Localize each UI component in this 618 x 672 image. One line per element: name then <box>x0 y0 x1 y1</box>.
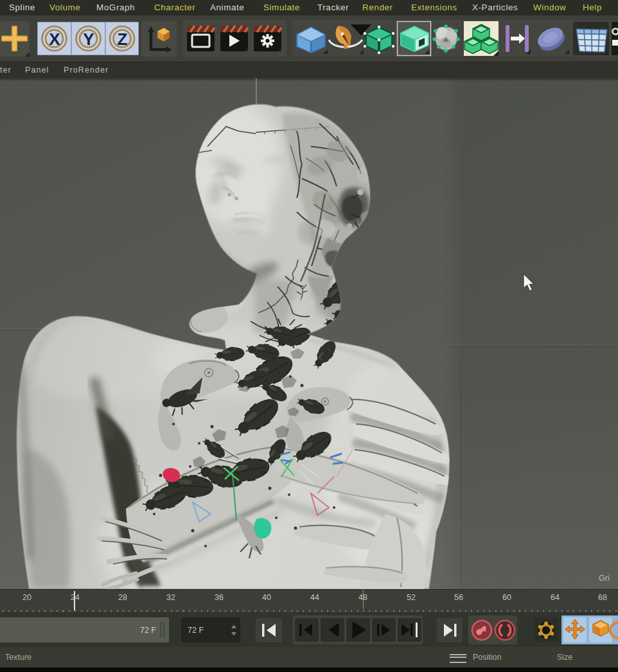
svg-text:Z: Z <box>118 30 128 49</box>
svg-text:X: X <box>49 30 60 49</box>
svg-text:Y: Y <box>83 30 94 49</box>
svg-text:72 F: 72 F <box>188 626 204 635</box>
svg-text:72 F: 72 F <box>140 626 156 635</box>
svg-text:Gri: Gri <box>599 574 610 583</box>
